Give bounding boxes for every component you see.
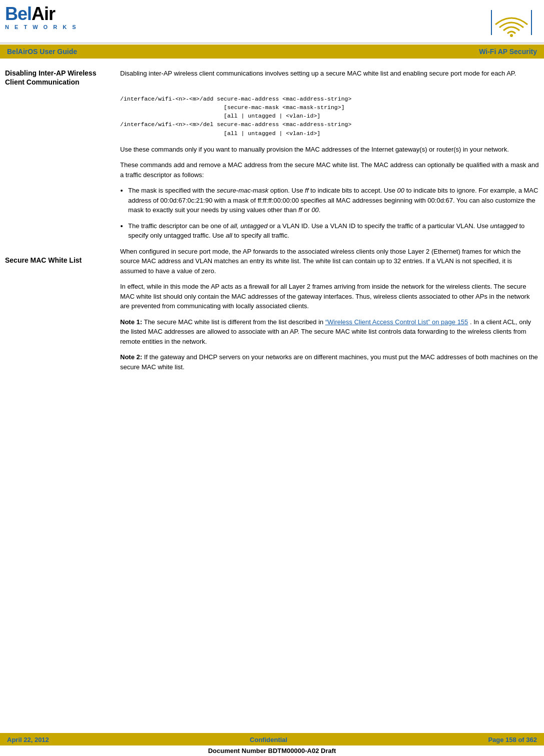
bullet1-end: .: [319, 206, 321, 214]
bullet1-or: or: [302, 206, 312, 214]
logo-text: BelAir: [5, 5, 78, 23]
footer-date: April 22, 2012: [7, 736, 49, 743]
note2-label: Note 2:: [120, 353, 142, 361]
page-header: BelAir N E T W O R K S: [0, 0, 544, 44]
signal-icon: [489, 5, 534, 40]
note1-link[interactable]: “Wireless Client Access Control List” on…: [325, 318, 468, 326]
note1-label: Note 1:: [120, 318, 142, 326]
left-column: Disabling Inter-AP Wireless Client Commu…: [5, 69, 115, 378]
bullet1-mid2: to indicate bits to accept. Use: [309, 187, 397, 194]
title-bar: BelAirOS User Guide Wi-Fi AP Security: [0, 45, 544, 59]
bullet1-ff2: ff: [298, 206, 302, 214]
note2-text: If the gateway and DHCP servers on your …: [120, 353, 538, 371]
logo-networks: N E T W O R K S: [5, 24, 78, 30]
intro-paragraph: Disabling inter-AP wireless client commu…: [120, 69, 539, 79]
page-footer: April 22, 2012 Confidential Page 158 of …: [0, 733, 544, 756]
para-1: Use these commands only if you want to m…: [120, 145, 539, 155]
footer-top-bar: April 22, 2012 Confidential Page 158 of …: [0, 734, 544, 745]
svg-point-0: [510, 34, 513, 37]
bullet1-italic: secure-mac-mask: [217, 187, 268, 194]
bullet1-00: 00: [397, 187, 404, 194]
main-content: Disabling Inter-AP Wireless Client Commu…: [0, 59, 544, 383]
heading-secure-mac: Secure MAC White List: [5, 256, 110, 265]
bullet2-end: to specify all traffic.: [232, 232, 289, 239]
bullet-list: The mask is specified with the secure-ma…: [128, 186, 539, 241]
heading-disabling: Disabling Inter-AP Wireless Client Commu…: [5, 69, 110, 87]
bullet1-mid: option. Use: [268, 187, 305, 194]
logo-bel: Bel: [5, 4, 32, 24]
footer-document-number: Document Number BDTM00000-A02 Draft: [0, 745, 544, 756]
bullet2-mid: or a VLAN ID. Use a VLAN ID to specify t…: [268, 222, 490, 230]
para-4: In effect, while in this mode the AP act…: [120, 282, 539, 311]
footer-confidential: Confidential: [250, 736, 287, 743]
code-block: /interface/wifi-<n>-<m>/add secure-mac-a…: [120, 95, 539, 138]
bullet2-pre: The traffic descriptor can be one of: [128, 222, 230, 230]
footer-page: Page 158 of 362: [488, 736, 537, 743]
title-bar-left: BelAirOS User Guide: [7, 48, 77, 56]
bullet-item-1: The mask is specified with the secure-ma…: [128, 186, 539, 215]
bullet1-00b: 00: [311, 206, 318, 214]
bullet-item-2: The traffic descriptor can be one of all…: [128, 221, 539, 241]
bullet1-ff: ff: [305, 187, 308, 194]
note-1-block: Note 1: The secure MAC white list is dif…: [120, 317, 539, 347]
logo-area: BelAir N E T W O R K S: [5, 5, 78, 30]
note-2-block: Note 2: If the gateway and DHCP servers …: [120, 352, 539, 372]
title-bar-right: Wi-Fi AP Security: [479, 48, 537, 56]
bullet1-pre: The mask is specified with the: [128, 187, 217, 194]
para-2: These commands add and remove a MAC addr…: [120, 160, 539, 180]
bullet2-all2: all: [226, 232, 232, 239]
bullet2-untagged: untagged: [490, 222, 517, 230]
para-3: When configured in secure port mode, the…: [120, 247, 539, 276]
note1-text: The secure MAC white list is different f…: [144, 318, 325, 326]
logo-air: Air: [32, 4, 55, 24]
right-column: Disabling inter-AP wireless client commu…: [115, 69, 539, 378]
bullet2-all: all, untagged: [230, 222, 267, 230]
